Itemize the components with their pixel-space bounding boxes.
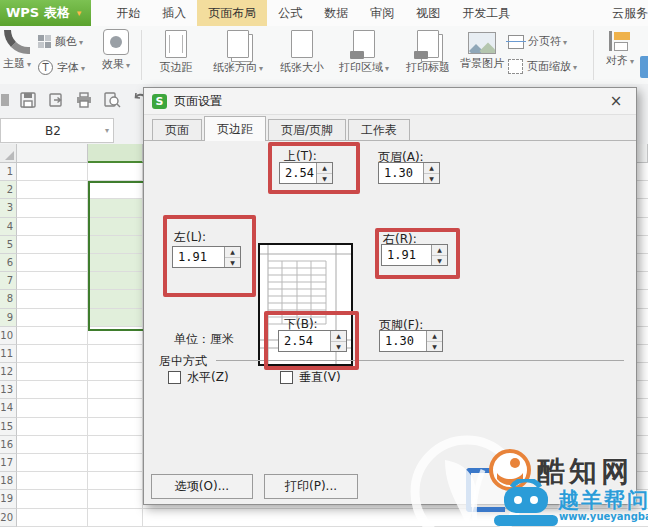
cell-A18[interactable] <box>17 472 88 490</box>
left-margin-spinner[interactable]: 1.91 ▲▼ <box>172 246 241 268</box>
row-header-14[interactable]: 14 <box>0 399 17 417</box>
cell-A13[interactable] <box>17 381 88 399</box>
cell-B11[interactable] <box>88 345 143 363</box>
cell-A3[interactable] <box>17 199 88 217</box>
bottom-margin-spinner[interactable]: 2.54 ▲▼ <box>278 330 347 352</box>
dialog-tab-3[interactable]: 工作表 <box>348 119 410 141</box>
header-margin-spinner[interactable]: 1.30 ▲▼ <box>378 162 440 184</box>
print-preview-icon[interactable] <box>102 90 122 110</box>
row-header-7[interactable]: 7 <box>0 272 17 290</box>
cell-A14[interactable] <box>17 399 88 417</box>
dialog-tab-0[interactable]: 页面 <box>152 119 202 141</box>
row-header-19[interactable]: 19 <box>0 490 17 508</box>
colors-button[interactable]: 颜色▾ <box>38 34 83 49</box>
cell-B18[interactable] <box>88 472 143 490</box>
menu-item-3[interactable]: 公式 <box>267 0 313 26</box>
menu-item-0[interactable]: 开始 <box>105 0 151 26</box>
cell-B20[interactable] <box>88 509 143 527</box>
cell-B19[interactable] <box>88 490 143 508</box>
footer-margin-spinner[interactable]: 1.30 ▲▼ <box>379 330 443 352</box>
row-header-20[interactable]: 20 <box>0 509 17 527</box>
checkbox-box[interactable] <box>168 371 181 384</box>
row-header-17[interactable]: 17 <box>0 454 17 472</box>
export-icon[interactable] <box>46 90 66 110</box>
effects-button[interactable]: 效果▾ <box>96 29 136 72</box>
cell-A7[interactable] <box>17 272 88 290</box>
menu-item-8[interactable]: 云服务 <box>601 0 648 26</box>
dialog-tab-1[interactable]: 页边距 <box>204 116 266 141</box>
cell-A2[interactable] <box>17 181 88 199</box>
column-header-a[interactable] <box>17 144 88 163</box>
cell-B5[interactable] <box>88 236 143 254</box>
row-header-13[interactable]: 13 <box>0 381 17 399</box>
cell-B17[interactable] <box>88 454 143 472</box>
cell-A1[interactable] <box>17 163 88 181</box>
print-titles-button[interactable]: 打印标题 <box>398 30 458 75</box>
cell-A5[interactable] <box>17 236 88 254</box>
cell-B1[interactable] <box>88 163 143 181</box>
row-header-10[interactable]: 10 <box>0 327 17 345</box>
page-break-button[interactable]: 分页符▾ <box>508 34 567 49</box>
top-margin-spinner[interactable]: 2.54 ▲▼ <box>279 162 333 184</box>
vertical-checkbox[interactable]: 垂直(V) <box>280 369 341 386</box>
cell-B4[interactable] <box>88 218 143 236</box>
page-scale-button[interactable]: 页面缩放▾ <box>508 59 577 74</box>
menu-item-5[interactable]: 审阅 <box>359 0 405 26</box>
menu-item-1[interactable]: 插入 <box>151 0 197 26</box>
row-header-18[interactable]: 18 <box>0 472 17 490</box>
spin-buttons[interactable]: ▲▼ <box>316 163 332 183</box>
spin-buttons[interactable]: ▲▼ <box>330 331 346 351</box>
menu-icon[interactable] <box>0 90 10 110</box>
row-header-4[interactable]: 4 <box>0 218 17 236</box>
menu-item-2[interactable]: 页面布局 <box>197 0 267 26</box>
orientation-button[interactable]: 纸张方向▾ <box>206 30 270 75</box>
background-button[interactable]: 背景图片 <box>452 32 512 71</box>
row-header-12[interactable]: 12 <box>0 363 17 381</box>
cell-B14[interactable] <box>88 399 143 417</box>
dialog-title-bar[interactable]: S 页面设置 × <box>144 88 636 115</box>
spin-buttons[interactable]: ▲▼ <box>423 163 439 183</box>
cell-A9[interactable] <box>17 309 88 327</box>
print-button[interactable]: 打印(P)... <box>264 474 358 499</box>
save-icon[interactable] <box>18 90 38 110</box>
cell-A15[interactable] <box>17 418 88 436</box>
spin-buttons[interactable]: ▲▼ <box>426 331 442 351</box>
select-all-corner[interactable] <box>0 144 17 163</box>
row-header-3[interactable]: 3 <box>0 199 17 217</box>
margins-button[interactable]: 页边距 <box>148 30 204 75</box>
menu-item-6[interactable]: 视图 <box>405 0 451 26</box>
cell-A10[interactable] <box>17 327 88 345</box>
cell-B12[interactable] <box>88 363 143 381</box>
cell-B6[interactable] <box>88 254 143 272</box>
row-header-5[interactable]: 5 <box>0 236 17 254</box>
horizontal-checkbox[interactable]: 水平(Z) <box>168 369 229 386</box>
name-box[interactable]: B2 ▾ <box>0 118 114 143</box>
print-area-button[interactable]: 打印区域▾ <box>332 30 396 75</box>
cell-B3[interactable] <box>88 199 143 217</box>
app-logo[interactable]: WPS 表格 ▾ <box>0 0 91 26</box>
cell-A12[interactable] <box>17 363 88 381</box>
cell-A20[interactable] <box>17 509 88 527</box>
row-header-9[interactable]: 9 <box>0 309 17 327</box>
menu-item-4[interactable]: 数据 <box>313 0 359 26</box>
cell-B15[interactable] <box>88 418 143 436</box>
row-header-11[interactable]: 11 <box>0 345 17 363</box>
row-header-2[interactable]: 2 <box>0 181 17 199</box>
options-button[interactable]: 选项(O)... <box>151 474 253 499</box>
print-icon[interactable] <box>74 90 94 110</box>
checkbox-box[interactable] <box>280 371 293 384</box>
cell-B7[interactable] <box>88 272 143 290</box>
cell-B9[interactable] <box>88 309 143 327</box>
cell-A17[interactable] <box>17 454 88 472</box>
row-header-6[interactable]: 6 <box>0 254 17 272</box>
row-header-8[interactable]: 8 <box>0 290 17 308</box>
cell-A19[interactable] <box>17 490 88 508</box>
close-icon[interactable]: × <box>606 91 626 111</box>
spin-buttons[interactable]: ▲▼ <box>224 247 240 267</box>
row-header-15[interactable]: 15 <box>0 418 17 436</box>
row-header-1[interactable]: 1 <box>0 163 17 181</box>
cell-B8[interactable] <box>88 290 143 308</box>
cell-A16[interactable] <box>17 436 88 454</box>
cell-B13[interactable] <box>88 381 143 399</box>
dialog-tab-2[interactable]: 页眉/页脚 <box>268 119 346 141</box>
